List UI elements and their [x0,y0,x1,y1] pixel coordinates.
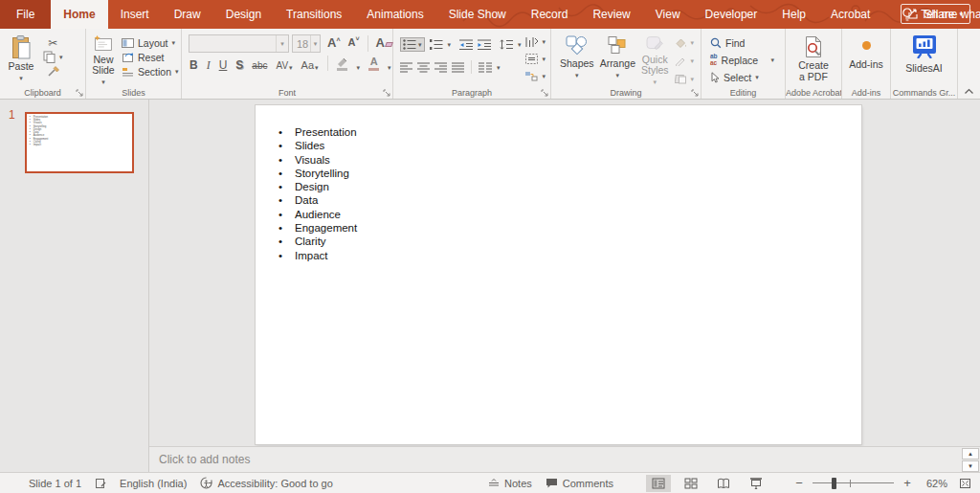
copy-button[interactable]: ▾ [40,50,66,64]
notes-toggle-button[interactable]: Notes [488,478,532,489]
tab-review[interactable]: Review [580,0,642,29]
tab-view[interactable]: View [643,0,693,29]
zoom-out-button[interactable]: − [793,477,805,489]
increase-indent-button[interactable] [478,39,491,50]
scroll-up-button[interactable]: ▲ [962,448,979,459]
font-size-dropdown-icon[interactable]: ▾ [310,35,320,52]
bullets-button[interactable]: ▾ [400,37,425,52]
italic-button[interactable]: I [207,59,211,71]
bold-button[interactable]: B [189,59,198,71]
text-direction-button[interactable]: ▾ [522,34,549,49]
tab-insert[interactable]: Insert [108,0,162,29]
slidesai-button[interactable]: SlidesAI [896,32,953,85]
tab-design[interactable]: Design [213,0,274,29]
tab-help[interactable]: Help [769,0,818,29]
zoom-slider-handle[interactable] [832,478,836,489]
highlight-dropdown-icon[interactable]: ▾ [357,64,361,71]
numbering-dropdown-icon[interactable]: ▾ [448,41,452,48]
tab-record[interactable]: Record [519,0,581,29]
tab-transitions[interactable]: Transitions [274,0,354,29]
collapse-ribbon-button[interactable] [964,88,974,95]
slide-sorter-view-button[interactable] [679,475,703,492]
font-color-dropdown-icon[interactable]: ▾ [388,64,391,71]
text-shadow-button[interactable]: S [235,59,243,71]
notes-pane[interactable]: Click to add notes ▲ ▼ [149,446,980,472]
font-name-dropdown-icon[interactable]: ▾ [276,35,288,52]
reading-view-button[interactable] [711,475,736,492]
section-button[interactable]: Section▾ [119,64,182,78]
highlight-color-button[interactable] [337,58,348,71]
zoom-level[interactable]: 62% [921,478,947,489]
clipboard-dialog-launcher[interactable] [76,89,83,97]
arrange-button[interactable]: Arrange ▾ [597,32,638,85]
zoom-slider[interactable] [813,477,894,490]
columns-button[interactable] [479,62,492,73]
layout-button[interactable]: Layout▾ [119,35,182,50]
numbering-button[interactable] [430,39,443,50]
tab-draw[interactable]: Draw [162,0,213,29]
align-text-button[interactable]: ▾ [522,52,549,66]
slide-thumbnail[interactable]: •Presentation•Slides•Visuals•Storytellin… [25,112,134,173]
cut-button[interactable]: ✂ [40,35,66,50]
decrease-indent-button[interactable] [459,39,473,50]
share-button[interactable]: Share ▾ [901,4,970,24]
font-dialog-launcher[interactable] [383,89,390,97]
tab-developer[interactable]: Developer [693,0,770,29]
zoom-in-button[interactable]: + [902,477,913,489]
smartart-icon [524,70,539,82]
shapes-button[interactable]: Shapes ▾ [557,32,597,85]
decrease-font-size-button[interactable]: A˅ [347,35,359,48]
strikethrough-button[interactable]: abc [252,61,267,71]
tab-file[interactable]: File [0,0,51,29]
reset-button[interactable]: Reset [119,50,182,64]
select-button[interactable]: Select ▾ [707,70,783,84]
bullet-list[interactable]: •Presentation•Slides•Visuals•Storytellin… [256,105,861,262]
underline-button[interactable]: U [219,59,228,71]
line-spacing-button[interactable] [500,39,513,50]
fit-slide-to-window-button[interactable] [955,475,974,492]
align-center-button[interactable] [417,62,430,73]
tab-slide-show[interactable]: Slide Show [436,0,519,29]
convert-smartart-button[interactable]: ▾ [522,69,549,83]
columns-dropdown-icon[interactable]: ▾ [497,64,501,71]
font-name-combobox[interactable]: ▾ [189,34,289,53]
comments-button[interactable]: Comments [546,478,613,489]
format-painter-button[interactable] [40,64,66,78]
paste-button[interactable]: Paste ▾ [2,32,40,85]
language-button[interactable]: English (India) [120,478,187,489]
find-button[interactable]: Find [707,35,783,50]
shape-outline-button[interactable]: ▾ [672,54,698,68]
align-left-button[interactable] [400,62,412,73]
font-color-button[interactable]: A [368,56,379,71]
shape-fill-button[interactable]: ▾ [672,35,698,50]
character-spacing-button[interactable]: AV▾ [276,61,292,71]
bullet-text: Clarity [295,235,326,248]
increase-font-size-button[interactable]: A˄ [327,35,340,50]
tab-animations[interactable]: Animations [354,0,435,29]
replace-dropdown-icon[interactable]: ▾ [770,56,780,63]
tab-home[interactable]: Home [51,0,107,29]
quick-styles-button[interactable]: Quick Styles ▾ [638,32,672,85]
accessibility-button[interactable]: Accessibility: Good to go [200,477,332,489]
add-ins-button[interactable]: Add-ins [844,32,888,85]
spell-check-button[interactable] [95,478,106,489]
justify-button[interactable] [452,62,464,73]
shape-effects-button[interactable]: ▾ [672,72,698,86]
align-center-icon [417,62,430,73]
new-slide-button[interactable]: New Slide ▾ [88,32,119,85]
scroll-down-button[interactable]: ▼ [962,460,979,472]
bullets-dropdown-icon: ▾ [418,41,422,48]
replace-button[interactable]: abac Replace ▾ [707,53,783,67]
font-size-combobox[interactable]: 18 ▾ [292,34,321,53]
slide-show-button[interactable] [744,475,768,492]
tab-acrobat[interactable]: Acrobat [818,0,882,29]
align-right-button[interactable] [434,62,447,73]
slide-show-icon [749,478,763,489]
drawing-dialog-launcher[interactable] [691,89,699,97]
change-case-button[interactable]: Aa▾ [301,60,319,71]
clear-formatting-button[interactable]: A [376,35,392,50]
normal-view-button[interactable] [646,475,671,492]
paragraph-dialog-launcher[interactable] [541,89,548,97]
create-pdf-button[interactable]: Create a PDF [790,32,837,85]
slide-canvas[interactable]: •Presentation•Slides•Visuals•Storytellin… [256,105,861,444]
